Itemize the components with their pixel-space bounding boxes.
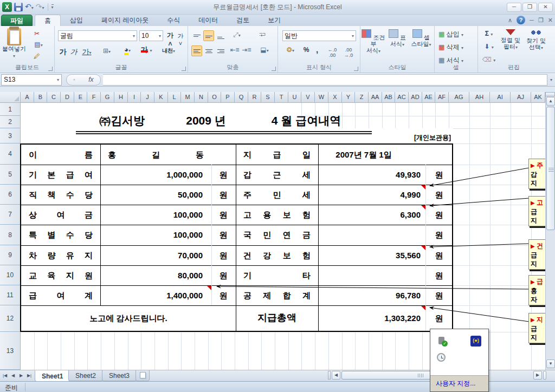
column-header-T[interactable]: T (275, 92, 288, 103)
expand-formula-bar-icon[interactable]: ▾ (550, 77, 552, 82)
percent-style-icon[interactable]: % (301, 45, 312, 54)
row-header-1[interactable]: 1 (0, 103, 21, 116)
clear-icon[interactable]: ⌫ ▾ (481, 55, 496, 64)
scroll-up-icon[interactable]: ▲ (546, 97, 555, 106)
table-row[interactable]: 교 육 지 원 80,000 원 기 타 원 (21, 265, 452, 285)
book-restore-icon[interactable]: ❐ (538, 17, 544, 24)
conditional-formatting-button[interactable]: 조건부서식▾ (362, 28, 385, 63)
first-sheet-icon[interactable]: |◀ (1, 372, 9, 380)
align-right-icon[interactable] (215, 45, 226, 56)
clipboard-dialog-launcher[interactable] (48, 67, 53, 71)
phonetic-icon[interactable]: 내천▾ (159, 47, 178, 55)
table-row-footer[interactable]: 노고에 감사드립니다. 지급총액 1,303,220 원 (21, 305, 452, 331)
table-row[interactable]: 기 본 급 여 1,000,000 원 갑 근 세 49,930 원 (21, 165, 452, 185)
save-icon[interactable] (14, 3, 23, 11)
copy-icon[interactable]: ▤▾ (31, 40, 46, 49)
insert-cells-button[interactable]: ▦ 삽입 ▾ (438, 29, 475, 40)
column-header-AD[interactable]: AD (409, 92, 422, 103)
help-icon[interactable]: ? (517, 16, 525, 24)
redo-icon[interactable]: ↷▾ (36, 2, 44, 12)
column-header-H[interactable]: H (114, 92, 128, 103)
align-bottom-icon[interactable] (215, 30, 226, 42)
comment-note[interactable]: ▶ 고 급지 (528, 196, 547, 226)
column-header-N[interactable]: N (195, 92, 208, 103)
underline-icon[interactable]: 가▾ (80, 47, 94, 57)
scroll-right-icon[interactable]: ▶ (533, 371, 542, 380)
row-header-6[interactable]: 6 (0, 185, 21, 205)
column-header-Q[interactable]: Q (235, 92, 248, 103)
prev-sheet-icon[interactable]: ◀ (9, 372, 17, 380)
wireless-network-icon[interactable]: (●) (470, 336, 481, 347)
column-header-Z[interactable]: Z (355, 92, 369, 103)
wrap-text-icon[interactable]: ⮒ (255, 30, 269, 39)
usb-device-icon[interactable]: ✓ (437, 336, 448, 347)
column-header-J[interactable]: J (141, 92, 154, 103)
formula-input[interactable] (103, 74, 547, 86)
scroll-left-icon[interactable]: ◀ (332, 371, 340, 380)
decrease-decimal-icon[interactable]: .00→.0 (341, 47, 356, 58)
alignment-dialog-launcher[interactable] (272, 67, 276, 71)
row-header-7[interactable]: 7 (0, 205, 21, 225)
format-painter-icon[interactable]: 🖉 (31, 52, 42, 61)
column-header-U[interactable]: U (288, 92, 301, 103)
row-header-13[interactable]: 13 (0, 332, 21, 370)
column-header-AC[interactable]: AC (395, 92, 409, 103)
decrease-indent-icon[interactable]: ⇤≡ (229, 45, 240, 54)
minimize-button[interactable]: ─ (507, 3, 521, 12)
last-sheet-icon[interactable]: ▶| (25, 372, 33, 380)
font-color-icon[interactable]: 가▾ (138, 45, 154, 54)
format-as-table-button[interactable]: 표서식▾ (385, 28, 409, 63)
scroll-down-icon[interactable]: ▼ (546, 360, 555, 368)
row-header-3[interactable]: 3 (0, 128, 21, 143)
comment-note[interactable]: ▶ 급 홍자 (528, 275, 547, 305)
column-header-S[interactable]: S (261, 92, 275, 103)
column-header-AH[interactable]: AH (469, 92, 490, 103)
insert-function-button[interactable]: ◦fx (66, 74, 101, 86)
autosum-icon[interactable]: Σ ▾ (481, 29, 496, 38)
name-box[interactable]: S13▾ (1, 74, 62, 86)
row-header-4[interactable]: 4 (0, 143, 21, 165)
column-header-C[interactable]: C (47, 92, 61, 103)
column-header-A[interactable]: A (21, 92, 34, 103)
increase-decimal-icon[interactable]: ←.0.00 (325, 47, 340, 58)
vertical-split-handle[interactable] (545, 92, 555, 96)
tab-formulas[interactable]: 수식 (158, 15, 189, 26)
column-header-O[interactable]: O (208, 92, 221, 103)
find-select-button[interactable]: 찾기 및선택▾ (524, 28, 548, 63)
number-format-combo[interactable]: 일반▾ (282, 30, 356, 41)
payroll-table[interactable]: 이 름 홍 길 동 지 급 일 2007년 7월 1일 기 본 급 여 1,00… (20, 143, 453, 332)
comment-note[interactable]: ▶ 주 갑지 (528, 159, 547, 189)
paste-button[interactable]: 붙여넣기▾ (2, 28, 26, 63)
tray-customize-link[interactable]: 사용자 지정... (436, 379, 475, 388)
column-header-X[interactable]: X (328, 92, 342, 103)
align-top-icon[interactable] (191, 30, 202, 40)
table-row[interactable]: 상 여 금 100,000 원 고 용 보 험 6,300 원 (21, 205, 452, 225)
column-header-K[interactable]: K (154, 92, 168, 103)
book-close-icon[interactable]: ✕ (548, 17, 553, 24)
comment-note[interactable]: ▶ 건 급지 (528, 239, 547, 270)
column-header-I[interactable]: I (128, 92, 141, 103)
cell-styles-button[interactable]: 셀스타일▾ (409, 28, 433, 63)
column-header-AA[interactable]: AA (369, 92, 382, 103)
align-left-icon[interactable] (191, 45, 202, 56)
column-header-P[interactable]: P (221, 92, 235, 103)
tab-data[interactable]: 데이터 (189, 15, 227, 26)
column-header-B[interactable]: B (34, 92, 47, 103)
close-button[interactable]: ✕ (538, 3, 553, 12)
merge-center-icon[interactable]: ⬓▾ (255, 45, 274, 54)
orientation-icon[interactable]: ⤢▾ (229, 30, 244, 39)
tab-page-layout[interactable]: 페이지 레이아웃 (92, 15, 158, 26)
tab-view[interactable]: 보기 (259, 15, 290, 26)
table-row[interactable]: 특 별 수 당 100,000 원 국 민 연 금 원 (21, 225, 452, 245)
delete-cells-button[interactable]: ▦ 삭제 ▾ (438, 42, 475, 53)
column-header-AG[interactable]: AG (449, 92, 469, 103)
column-header-AF[interactable]: AF (435, 92, 449, 103)
italic-icon[interactable]: 가 (69, 47, 79, 57)
row-header-9[interactable]: 9 (0, 245, 21, 265)
grow-font-icon[interactable]: 가˄ (165, 30, 175, 48)
column-header-D[interactable]: D (61, 92, 74, 103)
column-header-M[interactable]: M (181, 92, 195, 103)
select-all-corner[interactable] (0, 92, 21, 103)
driver-utility-icon[interactable]: Ⅴ⃫ (454, 336, 465, 347)
column-header-L[interactable]: L (168, 92, 181, 103)
